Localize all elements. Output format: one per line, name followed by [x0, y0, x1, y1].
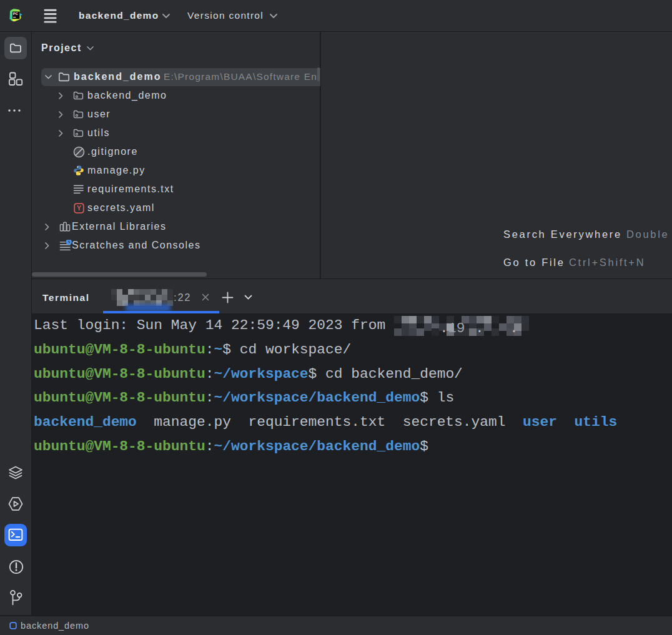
svg-text:19: 19 — [448, 320, 465, 336]
svg-text:.: . — [510, 320, 518, 336]
svg-text:.: . — [440, 320, 448, 336]
svg-text:.: . — [475, 320, 484, 336]
svg-text:PC: PC — [13, 12, 19, 16]
svg-text:Y: Y — [77, 204, 81, 212]
